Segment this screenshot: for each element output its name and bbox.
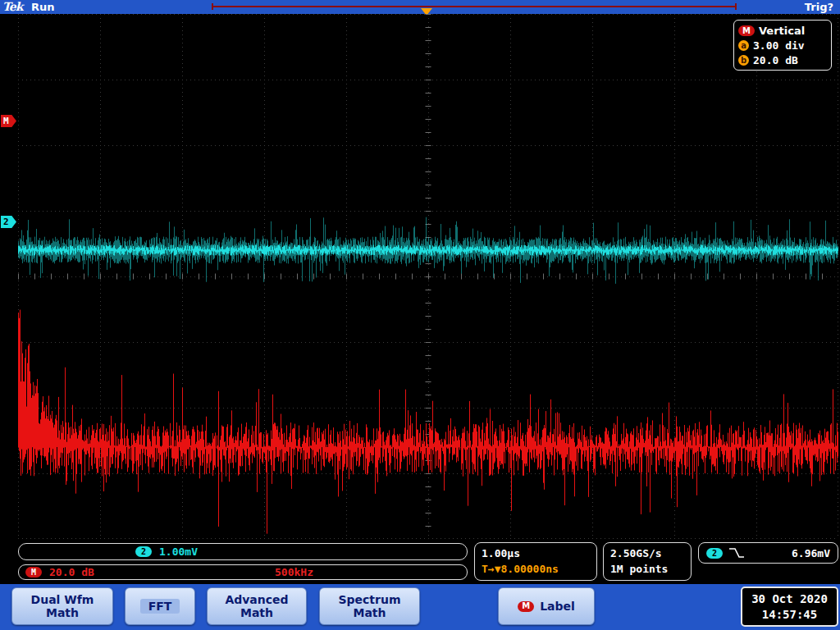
math-badge: M <box>738 25 755 36</box>
dual-wfm-math-label-1: Dual Wfm <box>31 593 94 606</box>
multipurpose-b-badge: b <box>738 55 749 66</box>
channel2-position-marker[interactable]: 2 <box>1 216 16 228</box>
record-view-right-tick <box>735 3 737 10</box>
date-time-display: 30 Oct 2020 14:57:45 <box>741 587 838 627</box>
date-value: 30 Oct 2020 <box>751 591 828 606</box>
trigger-source-badge: 2 <box>706 548 723 559</box>
waveform-display-area <box>18 14 838 539</box>
channel2-scale-readout: 2 1.00mV <box>18 543 468 560</box>
sample-rate-value: 2.50GS/s <box>610 546 684 561</box>
record-length-value: 1M points <box>610 561 684 577</box>
trigger-delay-value: 8.00000ns <box>500 563 558 575</box>
waveform-canvas <box>18 14 838 539</box>
math-readout-badge: M <box>25 567 42 578</box>
math-scale-readout: M 20.0 dB 500kHz <box>18 564 468 580</box>
tek-logo: Tek <box>2 0 22 13</box>
record-view-left-tick <box>212 3 213 10</box>
math-waveform-position-marker[interactable]: M <box>1 115 16 127</box>
spectrum-math-label-1: Spectrum <box>338 593 400 606</box>
channel2-scale-value: 1.00mV <box>159 546 198 558</box>
top-status-bar: Tek Run Trig? <box>0 0 840 14</box>
trigger-level-value: 6.96mV <box>792 547 830 559</box>
acquisition-readout: 2.50GS/s 1M points <box>603 542 692 581</box>
fft-button[interactable]: FFT <box>125 587 195 625</box>
vertical-panel-title-row: M Vertical <box>738 23 827 38</box>
vertical-panel-row-b: b 20.0 dB <box>738 52 827 67</box>
math-scale-value: 20.0 dB <box>49 566 94 578</box>
channel2-badge: 2 <box>135 546 152 557</box>
trigger-status-label: Trig? <box>805 1 833 13</box>
horizontal-scale-value: 1.00µs <box>482 546 590 561</box>
advanced-math-label-2: Math <box>240 606 273 619</box>
dual-wfm-math-label-2: Math <box>46 606 79 619</box>
advanced-math-label-1: Advanced <box>225 593 288 606</box>
math-vertical-panel: M Vertical a 3.00 div b 20.0 dB <box>733 20 832 71</box>
record-view-bar <box>212 6 737 7</box>
time-value: 14:57:45 <box>762 607 817 622</box>
fft-span-value: 500kHz <box>275 566 313 578</box>
falling-edge-icon <box>728 547 745 559</box>
trigger-delay-row: T→▼8.00000ns <box>482 561 590 577</box>
horizontal-readout: 1.00µs T→▼8.00000ns <box>474 542 597 581</box>
spectrum-math-button[interactable]: Spectrum Math <box>319 587 420 625</box>
vertical-panel-title: Vertical <box>759 25 805 37</box>
vertical-scale-value: 20.0 dB <box>753 54 798 66</box>
math-label-text: Label <box>540 600 575 613</box>
advanced-math-button[interactable]: Advanced Math <box>207 587 307 625</box>
trigger-readout: 2 6.96mV <box>698 542 838 564</box>
multipurpose-a-badge: a <box>738 40 749 51</box>
dual-wfm-math-button[interactable]: Dual Wfm Math <box>11 587 113 625</box>
spectrum-math-label-2: Math <box>353 606 386 619</box>
math-label-button[interactable]: M Label <box>498 587 595 625</box>
fft-label: FFT <box>140 599 180 614</box>
vertical-panel-row-a: a 3.00 div <box>738 38 827 52</box>
trigger-delay-prefix-icon: T→▼ <box>482 563 500 575</box>
vertical-position-value: 3.00 div <box>753 39 805 52</box>
acquisition-run-status: Run <box>31 1 55 13</box>
math-label-badge: M <box>518 601 534 612</box>
